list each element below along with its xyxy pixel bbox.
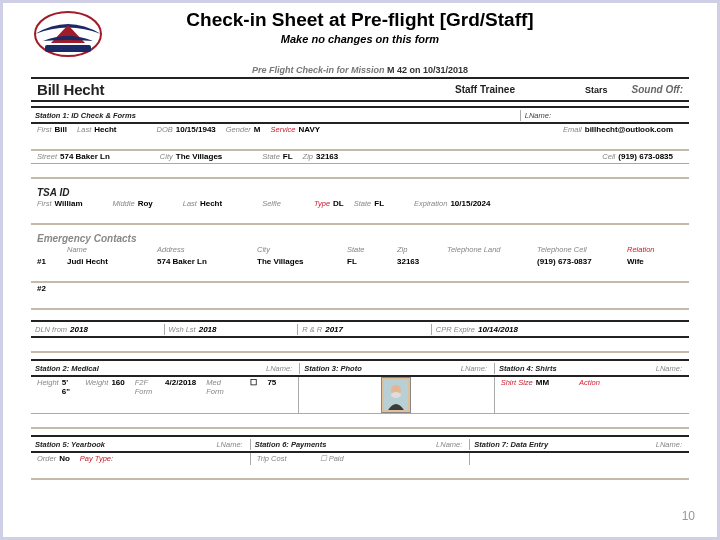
soundoff-label: Sound Off: [632,84,683,95]
slide-container: Check-in Sheet at Pre-flight [Grd/Staff]… [0,0,720,540]
id-row: FirstBill LastHecht DOB10/15/1943 Gender… [31,124,689,136]
page-subtitle: Make no changes on this form [3,33,717,45]
address-row: Street574 Baker Ln CityThe Villages Stat… [31,151,689,164]
svg-rect-1 [45,45,91,52]
tsa-row: FirstWilliam MiddleRoy LastHecht Selfie … [31,198,689,210]
station-row-234: Station 2: MedicalLName: Station 3: Phot… [31,359,689,377]
page-title: Check-in Sheet at Pre-flight [Grd/Staff] [3,9,717,31]
header: Check-in Sheet at Pre-flight [Grd/Staff]… [3,3,717,65]
person-role: Staff Trainee [455,84,515,95]
form-image: Pre Flight Check-in for Mission M 42 on … [31,65,689,487]
page-number: 10 [682,509,695,523]
emergency-row2: #2 [31,283,689,295]
preflight-title: Pre Flight Check-in for Mission M 42 on … [31,65,689,75]
tsa-title: TSA ID [37,187,689,198]
docs-row: DLN from2018 Wsh Lst2018 R & R2017 CPR E… [31,320,689,338]
emergency-title: Emergency Contacts [37,233,689,244]
order-pay-row: OrderNo Pay Type: Trip Cost ☐ Paid [31,453,689,465]
stars-label: Stars [585,85,608,95]
emergency-cols: Name Address City State Zip Telephone La… [31,244,689,256]
photo-thumbnail [381,377,411,413]
station1-header: Station 1: ID Check & Forms LName: [31,106,689,124]
station-row-567: Station 5: YearbookLName: Station 6: Pay… [31,435,689,453]
emergency-row1: #1 Judi Hecht 574 Baker Ln The Villages … [31,256,689,268]
med-photo-shirt-row: Height5' 6" Weight160 F2F Form4/2/2018 M… [31,377,689,414]
person-name: Bill Hecht [37,81,104,98]
person-header-row: Bill Hecht Staff Trainee Stars Sound Off… [31,77,689,102]
svg-point-4 [391,392,401,398]
